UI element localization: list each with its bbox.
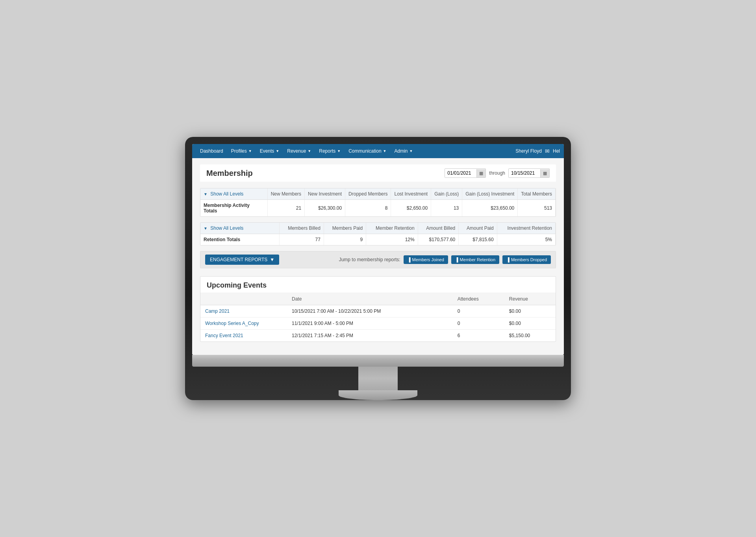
events-col-revenue: Revenue <box>504 293 556 305</box>
message-icon[interactable]: ✉ <box>545 148 550 154</box>
nav-revenue[interactable]: Revenue ▼ <box>283 144 315 158</box>
upcoming-events-section: Upcoming Events Date Attendees Revenue C… <box>200 276 556 342</box>
activity-lost-investment: $2,650.00 <box>391 200 431 217</box>
reports-caret: ▼ <box>337 149 341 153</box>
date-to-wrap: ▦ <box>508 168 550 178</box>
members-dropped-button[interactable]: ▐ Members Dropped <box>502 255 551 264</box>
events-caret: ▼ <box>276 149 279 153</box>
col-members-billed: Members Billed <box>279 223 324 234</box>
event-attendees: 0 <box>453 305 504 317</box>
caret-down-icon: ▼ <box>204 192 208 196</box>
monitor-stand-base <box>339 390 417 400</box>
col-gain-loss: Gain (Loss) <box>431 188 462 200</box>
col-new-members: New Members <box>267 188 304 200</box>
activity-gain-loss-investment: $23,650.00 <box>462 200 518 217</box>
event-name-link[interactable]: Camp 2021 <box>205 308 230 314</box>
events-table: Date Attendees Revenue Camp 202110/15/20… <box>200 293 556 341</box>
events-col-date: Date <box>287 293 453 305</box>
nav-profiles[interactable]: Profiles ▼ <box>227 144 256 158</box>
retention-member-retention: 12% <box>366 234 418 245</box>
nav-reports[interactable]: Reports ▼ <box>315 144 345 158</box>
date-from-input[interactable] <box>445 169 476 177</box>
profiles-caret: ▼ <box>248 149 252 153</box>
bar-chart-icon-retention: ▐ <box>455 257 458 262</box>
reports-row: ENGAGEMENT REPORTS ▼ Jump to membership … <box>200 251 556 268</box>
event-attendees: 6 <box>453 330 504 342</box>
date-to-input[interactable] <box>509 169 540 177</box>
events-col-attendees: Attendees <box>453 293 504 305</box>
activity-dropped-members: 8 <box>345 200 391 217</box>
main-content: Membership ▦ through ▦ <box>192 158 564 355</box>
activity-totals-label: Membership Activity Totals <box>200 200 267 217</box>
jump-section: Jump to membership reports: ▐ Members Jo… <box>339 255 551 264</box>
event-revenue: $5,150.00 <box>504 330 556 342</box>
retention-totals-row: Retention Totals 77 9 12% $170,577.60 $7… <box>200 234 556 245</box>
event-name-link[interactable]: Fancy Event 2021 <box>205 333 243 338</box>
engagement-reports-button[interactable]: ENGAGEMENT REPORTS ▼ <box>205 255 279 265</box>
nav-dashboard[interactable]: Dashboard <box>196 144 227 158</box>
show-all-levels-activity-link[interactable]: ▼ Show All Levels <box>204 191 243 197</box>
caret-down-retention-icon: ▼ <box>204 226 208 231</box>
communication-caret: ▼ <box>383 149 387 153</box>
monitor-bezel-bottom <box>192 355 564 367</box>
retention-totals-label: Retention Totals <box>200 234 279 245</box>
event-date: 12/1/2021 7:15 AM - 2:45 PM <box>287 330 453 342</box>
date-from-wrap: ▦ <box>445 168 486 178</box>
col-total-members: Total Members <box>518 188 556 200</box>
page-header: Membership ▦ through ▦ <box>200 164 556 182</box>
membership-activity-table: ▼ Show All Levels New Members New Invest… <box>200 188 556 216</box>
date-to-calendar-btn[interactable]: ▦ <box>540 169 549 177</box>
nav-admin[interactable]: Admin ▼ <box>390 144 417 158</box>
bar-chart-icon-joined: ▐ <box>408 257 411 262</box>
events-col-name <box>200 293 287 305</box>
retention-card: ▼ Show All Levels Members Billed Members… <box>200 222 556 245</box>
members-joined-button[interactable]: ▐ Members Joined <box>404 255 448 264</box>
nav-left: Dashboard Profiles ▼ Events ▼ Revenue ▼ … <box>196 144 417 158</box>
event-row: Workshop Series A_Copy11/1/2021 9:00 AM … <box>200 317 556 330</box>
event-date: 10/15/2021 7:00 AM - 10/22/2021 5:00 PM <box>287 305 453 317</box>
retention-members-billed: 77 <box>279 234 324 245</box>
date-from-calendar-btn[interactable]: ▦ <box>476 169 485 177</box>
col-dropped-members: Dropped Members <box>345 188 391 200</box>
admin-caret: ▼ <box>410 149 413 153</box>
event-date: 11/1/2021 9:00 AM - 5:00 PM <box>287 317 453 330</box>
retention-members-paid: 9 <box>324 234 366 245</box>
activity-gain-loss: 13 <box>431 200 462 217</box>
nav-right: Sheryl Floyd ✉ Hel <box>515 148 560 154</box>
current-user[interactable]: Sheryl Floyd <box>515 148 542 154</box>
retention-investment-retention: 5% <box>497 234 555 245</box>
show-all-levels-retention-link[interactable]: ▼ Show All Levels <box>204 225 243 231</box>
help-link[interactable]: Hel <box>553 148 560 154</box>
col-new-investment: New Investment <box>305 188 345 200</box>
col-lost-investment: Lost Investment <box>391 188 431 200</box>
retention-amount-paid: $7,815.60 <box>459 234 497 245</box>
event-revenue: $0.00 <box>504 317 556 330</box>
col-amount-billed: Amount Billed <box>418 223 459 234</box>
activity-total-members: 513 <box>518 200 556 217</box>
activity-new-investment: $26,300.00 <box>305 200 345 217</box>
revenue-caret: ▼ <box>308 149 311 153</box>
col-gain-loss-investment: Gain (Loss) Investment <box>462 188 518 200</box>
date-range: ▦ through ▦ <box>445 168 550 178</box>
event-row: Camp 202110/15/2021 7:00 AM - 10/22/2021… <box>200 305 556 317</box>
col-members-paid: Members Paid <box>324 223 366 234</box>
engagement-dropdown-icon: ▼ <box>270 257 274 262</box>
member-retention-button[interactable]: ▐ Member Retention <box>451 255 499 264</box>
activity-totals-row: Membership Activity Totals 21 $26,300.00… <box>200 200 556 217</box>
retention-table: ▼ Show All Levels Members Billed Members… <box>200 223 556 245</box>
jump-label: Jump to membership reports: <box>339 257 400 262</box>
page-title: Membership <box>206 169 253 178</box>
through-label: through <box>489 170 505 176</box>
event-row: Fancy Event 202112/1/2021 7:15 AM - 2:45… <box>200 330 556 342</box>
col-investment-retention: Investment Retention <box>497 223 555 234</box>
membership-activity-card: ▼ Show All Levels New Members New Invest… <box>200 188 556 217</box>
col-member-retention: Member Retention <box>366 223 418 234</box>
bar-chart-icon-dropped: ▐ <box>506 257 510 262</box>
retention-amount-billed: $170,577.60 <box>418 234 459 245</box>
nav-communication[interactable]: Communication ▼ <box>345 144 390 158</box>
monitor-stand-neck <box>358 367 398 390</box>
nav-events[interactable]: Events ▼ <box>256 144 284 158</box>
event-name-link[interactable]: Workshop Series A_Copy <box>205 321 259 326</box>
upcoming-events-title: Upcoming Events <box>200 277 556 293</box>
event-revenue: $0.00 <box>504 305 556 317</box>
